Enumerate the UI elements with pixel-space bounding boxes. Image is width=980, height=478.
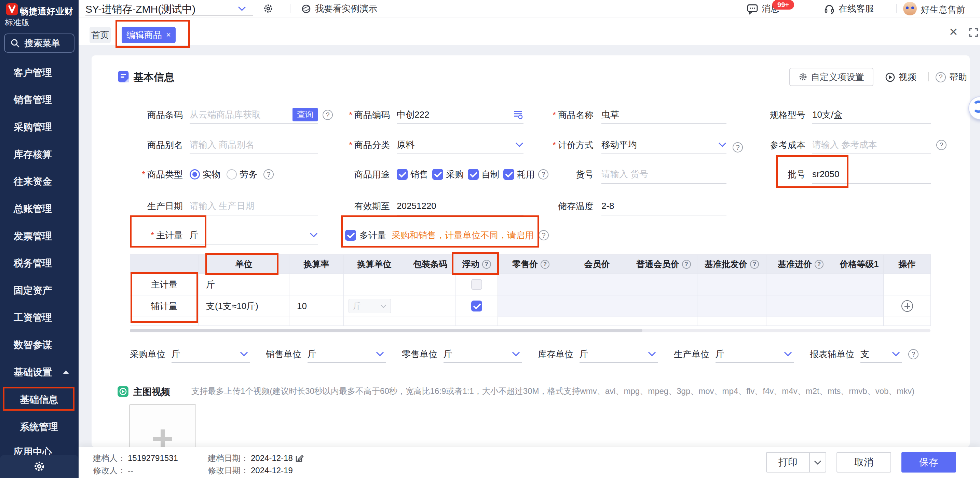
main-unit-select[interactable]: 斤 <box>189 226 318 244</box>
help-link[interactable]: 帮助 <box>935 71 967 83</box>
common-member-price-cell[interactable] <box>630 295 697 317</box>
floating-help-icon[interactable] <box>482 260 491 269</box>
common-member-price-help-icon[interactable] <box>682 260 691 269</box>
storage-input[interactable] <box>601 201 727 211</box>
common-member-price-cell[interactable] <box>630 274 697 295</box>
save-button[interactable]: 保存 <box>901 452 956 473</box>
retail-unit-field[interactable]: 零售单位 斤 <box>402 346 522 363</box>
video-upload-tile[interactable] <box>129 404 196 447</box>
production-unit-field[interactable]: 生产单位 斤 <box>674 346 794 363</box>
prod-date-input[interactable] <box>189 201 318 211</box>
base-wholesale-cell[interactable] <box>697 274 767 295</box>
base-wholesale-cell[interactable] <box>697 295 767 317</box>
rate-cell[interactable] <box>290 274 344 295</box>
type-radio-physical[interactable] <box>189 169 200 180</box>
col-header-base-wholesale-price: 基准批发价 <box>697 255 767 274</box>
usage-checkbox-sales[interactable] <box>397 169 408 180</box>
pack-barcode-cell[interactable] <box>405 295 455 317</box>
expand-icon[interactable] <box>968 27 978 38</box>
close-tab-icon[interactable]: × <box>166 30 171 40</box>
rate-cell[interactable]: 10 <box>290 295 344 317</box>
cancel-button[interactable]: 取消 <box>837 452 891 473</box>
report-aux-unit-field[interactable]: 报表辅单位 支 <box>810 346 918 363</box>
pack-barcode-cell[interactable] <box>405 274 455 295</box>
code-input[interactable] <box>397 109 512 120</box>
ref-cost-input[interactable] <box>812 140 931 150</box>
type-option-label: 实物 <box>203 169 220 180</box>
retail-price-cell[interactable] <box>498 295 564 317</box>
video-link[interactable]: 视频 <box>885 71 916 83</box>
alias-input[interactable] <box>189 140 318 150</box>
unit-cell[interactable]: 支(1支≈10斤) <box>199 295 290 317</box>
sidebar-item-sales-mgmt[interactable]: 销售管理 <box>0 93 79 107</box>
sidebar-item-customer-mgmt[interactable]: 客户管理 <box>0 66 79 80</box>
retail-price-cell[interactable] <box>498 274 564 295</box>
base-wholesale-help-icon[interactable] <box>750 260 759 269</box>
price-level1-cell[interactable] <box>835 274 884 295</box>
sidebar-item-basic-settings[interactable]: 基础设置 <box>0 365 79 379</box>
sidebar-item-basic-info[interactable]: 基础信息 <box>0 393 79 406</box>
ref-cost-help-icon[interactable] <box>936 140 947 150</box>
sidebar-item-fixed-assets[interactable]: 固定资产 <box>0 284 79 298</box>
base-purchase-cell[interactable] <box>767 274 835 295</box>
sidebar-item-smart-advisor[interactable]: 数智参谋 <box>0 338 79 352</box>
name-input[interactable] <box>601 109 727 120</box>
sidebar-item-tax-mgmt[interactable]: 税务管理 <box>0 257 79 270</box>
member-price-cell[interactable] <box>564 274 630 295</box>
add-row-icon[interactable] <box>901 300 913 312</box>
multi-unit-checkbox[interactable] <box>345 230 356 241</box>
retail-price-help-icon[interactable] <box>541 260 549 269</box>
purchase-unit-field[interactable]: 采购单位 斤 <box>130 346 250 363</box>
base-purchase-cell[interactable] <box>767 295 835 317</box>
sidebar-settings-bar[interactable] <box>0 455 79 478</box>
settings-gear-icon[interactable] <box>263 3 274 14</box>
chevron-down-icon[interactable] <box>237 6 247 11</box>
type-radio-service[interactable] <box>226 169 237 180</box>
barcode-input[interactable] <box>189 109 293 120</box>
menu-search-input[interactable]: 搜索菜单 <box>4 33 75 53</box>
conv-unit-select[interactable]: 斤 <box>348 299 391 313</box>
price-level1-cell[interactable] <box>835 295 884 317</box>
sidebar-item-system-mgmt[interactable]: 系统管理 <box>0 420 79 434</box>
multi-unit-help-icon[interactable] <box>539 230 549 241</box>
sidebar-item-funds[interactable]: 往来资金 <box>0 175 79 188</box>
usage-checkbox-purchase[interactable] <box>432 169 443 180</box>
expiry-input[interactable] <box>397 201 523 211</box>
tab-home[interactable]: 首页 <box>89 27 111 43</box>
customize-fields-button[interactable]: 自定义项设置 <box>789 68 873 86</box>
stock-unit-field[interactable]: 库存单位 斤 <box>538 346 658 363</box>
sidebar-item-payroll-mgmt[interactable]: 工资管理 <box>0 311 79 325</box>
sidebar-item-inventory-accounting[interactable]: 库存核算 <box>0 148 79 161</box>
usage-checkbox-self-made[interactable] <box>468 169 479 180</box>
empty-cell <box>697 317 767 326</box>
sidebar-item-purchase-mgmt[interactable]: 采购管理 <box>0 120 79 134</box>
demo-link[interactable]: 我要看实例演示 <box>301 3 377 15</box>
pricing-select[interactable]: 移动平均 <box>601 136 727 154</box>
edit-date-icon[interactable] <box>295 454 304 463</box>
sidebar-item-general-ledger[interactable]: 总账管理 <box>0 202 79 216</box>
horizontal-scrollbar-thumb[interactable] <box>130 329 643 332</box>
print-options-chevron[interactable] <box>810 460 826 465</box>
report-aux-help-icon[interactable] <box>908 349 918 359</box>
sidebar-item-invoice-mgmt[interactable]: 发票管理 <box>0 229 79 243</box>
base-purchase-help-icon[interactable] <box>815 260 824 269</box>
online-service-button[interactable]: 在线客服 <box>824 3 874 15</box>
close-panel-icon[interactable]: × <box>949 25 958 39</box>
member-price-cell[interactable] <box>564 295 630 317</box>
conv-unit-cell[interactable] <box>344 274 405 295</box>
batch-input[interactable] <box>812 169 931 180</box>
unit-cell[interactable]: 斤 <box>199 274 290 295</box>
floating-checkbox-checked[interactable] <box>471 301 482 311</box>
sales-unit-field[interactable]: 销售单位 斤 <box>266 346 386 363</box>
print-split-button[interactable]: 打印 <box>766 452 826 473</box>
type-help-icon[interactable] <box>264 169 274 180</box>
workspace-title[interactable]: SY-进销存-ZMH(测试中) <box>86 2 196 16</box>
creator-value: 15192791531 <box>128 453 178 463</box>
spec-input[interactable] <box>812 109 931 120</box>
col-header-retail-price: 零售价 <box>498 255 564 274</box>
agent-avatar[interactable] <box>903 2 917 15</box>
art-no-input[interactable] <box>601 169 727 180</box>
tab-edit-product[interactable]: 编辑商品 × <box>122 27 176 43</box>
floating-checkbox-unchecked[interactable] <box>471 279 482 290</box>
category-select[interactable]: 原料 <box>397 136 523 154</box>
